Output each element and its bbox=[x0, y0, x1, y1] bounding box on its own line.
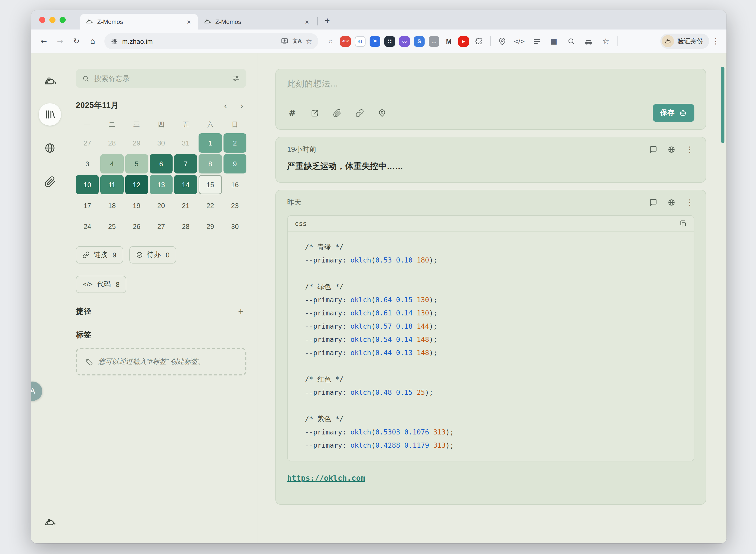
calendar-day[interactable]: 12 bbox=[125, 175, 148, 194]
back-button[interactable]: ← bbox=[36, 34, 51, 49]
minimize-window-button[interactable] bbox=[49, 17, 55, 23]
calendar-day[interactable]: 27 bbox=[150, 217, 173, 236]
calendar-day[interactable]: 26 bbox=[125, 217, 148, 236]
tab-z-memos-2[interactable]: Z-Memos × bbox=[198, 14, 316, 30]
translate-icon[interactable]: 文A bbox=[293, 39, 302, 44]
calendar-day[interactable]: 23 bbox=[223, 196, 246, 215]
profile-button[interactable]: 验证身份 bbox=[660, 34, 709, 49]
calendar-day[interactable]: 6 bbox=[150, 154, 173, 173]
adblock-plus-extension-icon[interactable]: ABP bbox=[340, 36, 351, 47]
calendar-day[interactable]: 22 bbox=[199, 196, 222, 215]
page-search-icon[interactable] bbox=[565, 35, 577, 47]
chat-extension-icon[interactable]: … bbox=[429, 36, 439, 47]
library-nav-button[interactable] bbox=[39, 103, 61, 126]
browser-menu-icon[interactable]: ⋮ bbox=[710, 37, 721, 46]
visibility-globe-icon[interactable] bbox=[667, 145, 676, 154]
calendar-day[interactable]: 4 bbox=[101, 154, 124, 173]
forward-button[interactable]: → bbox=[52, 34, 68, 49]
links-stat-chip[interactable]: 链接 9 bbox=[76, 246, 123, 264]
calendar-day[interactable]: 8 bbox=[199, 154, 222, 173]
calendar-day[interactable]: 9 bbox=[223, 154, 246, 173]
calendar-day[interactable]: 2 bbox=[223, 133, 246, 153]
more-menu-icon[interactable]: ⋮ bbox=[685, 198, 694, 207]
home-mouse-logo-button[interactable] bbox=[39, 70, 61, 92]
calendar-day[interactable]: 24 bbox=[76, 217, 99, 236]
recorder-extension-icon[interactable]: ○ bbox=[325, 36, 336, 47]
tab-z-memos-1[interactable]: Z-Memos × bbox=[80, 14, 198, 30]
m-extension-icon[interactable]: M bbox=[443, 36, 454, 47]
comment-icon[interactable] bbox=[649, 198, 658, 207]
bookmark-flag-extension-icon[interactable]: ⚑ bbox=[369, 36, 380, 47]
search-input[interactable] bbox=[94, 74, 228, 82]
prev-month-button[interactable]: ‹ bbox=[221, 101, 230, 110]
save-button[interactable]: 保存 bbox=[653, 104, 694, 122]
calendar-day[interactable]: 14 bbox=[174, 175, 197, 194]
memo-editor-card[interactable]: 此刻的想法... # bbox=[275, 69, 706, 130]
copy-code-icon[interactable] bbox=[679, 220, 687, 227]
location-pin-icon[interactable] bbox=[377, 108, 387, 118]
calendar-day[interactable]: 29 bbox=[199, 217, 222, 236]
code-icon[interactable]: </> bbox=[513, 35, 525, 47]
calendar-day[interactable]: 28 bbox=[174, 217, 197, 236]
comment-icon[interactable] bbox=[649, 145, 658, 154]
visibility-globe-icon[interactable] bbox=[667, 198, 676, 207]
calendar-day[interactable]: 13 bbox=[150, 175, 173, 194]
s-extension-icon[interactable]: S bbox=[414, 36, 424, 47]
calendar-day[interactable]: 27 bbox=[76, 133, 99, 153]
calendar-day[interactable]: 19 bbox=[125, 196, 148, 215]
calendar-day[interactable]: 1 bbox=[199, 133, 222, 153]
site-settings-tune-icon[interactable] bbox=[110, 37, 118, 45]
calendar-day[interactable]: 5 bbox=[125, 154, 148, 173]
kt-extension-icon[interactable]: KT bbox=[355, 36, 365, 47]
calendar-day[interactable]: 17 bbox=[76, 196, 99, 215]
more-menu-icon[interactable]: ⋮ bbox=[685, 145, 694, 154]
calendar-day[interactable]: 15 bbox=[199, 175, 222, 194]
extensions-puzzle-icon[interactable] bbox=[473, 35, 485, 47]
ghost-extension-icon[interactable]: oo bbox=[399, 36, 410, 47]
calendar-day[interactable]: 11 bbox=[101, 175, 124, 194]
editor-placeholder[interactable]: 此刻的想法... bbox=[287, 78, 694, 90]
reading-list-icon[interactable] bbox=[531, 35, 543, 47]
search-filter-icon[interactable] bbox=[232, 74, 240, 82]
next-month-button[interactable]: › bbox=[237, 101, 246, 110]
calendar-day[interactable]: 3 bbox=[76, 154, 99, 173]
close-tab-icon[interactable]: × bbox=[303, 17, 311, 26]
dots-extension-icon[interactable]: ∷ bbox=[384, 36, 395, 47]
calendar-day[interactable]: 28 bbox=[101, 133, 124, 153]
calendar-day[interactable]: 25 bbox=[101, 217, 124, 236]
qr-code-icon[interactable]: ▦ bbox=[548, 35, 560, 47]
link-icon[interactable] bbox=[354, 108, 364, 118]
home-button[interactable]: ⌂ bbox=[85, 34, 100, 49]
address-bar[interactable]: m.zhao.im 文A ☆ bbox=[104, 33, 318, 49]
calendar-day[interactable]: 30 bbox=[223, 217, 246, 236]
fullscreen-window-button[interactable] bbox=[60, 17, 66, 23]
url-text[interactable]: m.zhao.im bbox=[122, 37, 276, 45]
calendar-day[interactable]: 21 bbox=[174, 196, 197, 215]
attachments-nav-button[interactable] bbox=[39, 170, 61, 193]
code-stat-chip[interactable]: </> 代码 8 bbox=[76, 276, 126, 293]
todos-stat-chip[interactable]: 待办 0 bbox=[129, 246, 176, 264]
search-box[interactable] bbox=[76, 69, 246, 88]
close-window-button[interactable] bbox=[39, 17, 45, 23]
location-pin-icon[interactable] bbox=[496, 35, 508, 47]
bottom-mouse-logo-button[interactable] bbox=[39, 511, 61, 533]
scrollbar-thumb[interactable] bbox=[721, 67, 724, 143]
calendar-day[interactable]: 31 bbox=[174, 133, 197, 153]
bookmark-star-icon[interactable]: ☆ bbox=[600, 35, 612, 47]
calendar-day[interactable]: 20 bbox=[150, 196, 173, 215]
calendar-day[interactable]: 10 bbox=[76, 175, 99, 194]
hash-tag-icon[interactable]: # bbox=[287, 108, 297, 118]
car-icon[interactable] bbox=[583, 35, 595, 47]
calendar-day[interactable]: 7 bbox=[174, 154, 197, 173]
send-to-device-icon[interactable] bbox=[280, 37, 288, 45]
insert-reference-icon[interactable] bbox=[309, 108, 320, 118]
new-tab-button[interactable]: + bbox=[321, 14, 334, 27]
calendar-day[interactable]: 29 bbox=[125, 133, 148, 153]
explore-globe-button[interactable] bbox=[39, 137, 61, 159]
calendar-day[interactable]: 18 bbox=[101, 196, 124, 215]
bookmark-star-icon[interactable]: ☆ bbox=[306, 38, 312, 45]
memo-link[interactable]: https://oklch.com bbox=[287, 474, 365, 483]
calendar-day[interactable]: 30 bbox=[150, 133, 173, 153]
close-tab-icon[interactable]: × bbox=[185, 17, 193, 26]
youtube-extension-icon[interactable]: ▶ bbox=[458, 36, 469, 47]
